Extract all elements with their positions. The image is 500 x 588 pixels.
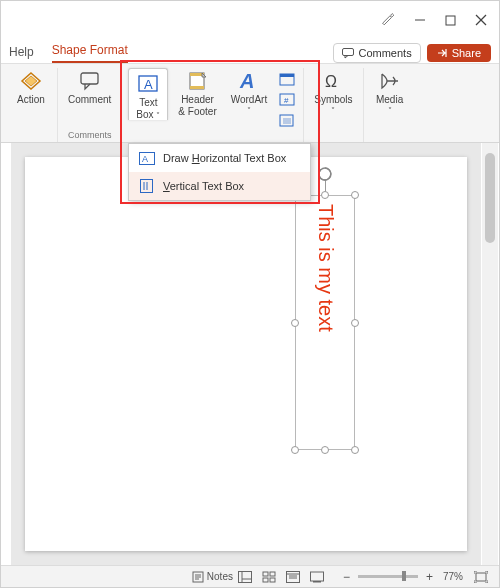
header-footer-button[interactable]: Header & Footer <box>174 68 220 119</box>
text-box-icon: A <box>137 73 159 95</box>
group-text: A Text Box ˅ Header & Footer A WordArt ˅… <box>122 68 304 142</box>
svg-rect-1 <box>446 16 455 25</box>
notes-label: Notes <box>207 571 233 582</box>
svg-text:A: A <box>239 71 254 91</box>
group-label-comments: Comments <box>68 130 112 142</box>
text-box-label1: Text <box>139 97 157 109</box>
chevron-down-icon: ˅ <box>247 106 251 115</box>
slide-canvas[interactable]: This is my text <box>25 157 467 551</box>
header-footer-label2: & Footer <box>178 106 216 118</box>
symbols-icon: Ω <box>322 70 344 92</box>
wordart-icon: A <box>238 70 260 92</box>
ribbon-tabs: Help Shape Format Comments Share <box>1 39 499 63</box>
chevron-down-icon: ˅ <box>156 111 160 120</box>
svg-rect-43 <box>313 581 321 583</box>
status-bar: Notes − + 77% <box>1 565 499 587</box>
comments-button-label: Comments <box>358 47 411 59</box>
svg-rect-36 <box>263 578 268 582</box>
group-comments: Comment Comments <box>58 68 122 142</box>
text-box-button[interactable]: A Text Box ˅ <box>128 68 168 120</box>
zoom-out-button[interactable]: − <box>339 570 354 584</box>
svg-text:Ω: Ω <box>325 73 337 90</box>
zoom-slider-thumb[interactable] <box>402 571 406 581</box>
tab-shape-format[interactable]: Shape Format <box>52 43 128 63</box>
zoom-slider[interactable] <box>358 575 418 578</box>
share-button[interactable]: Share <box>427 44 491 62</box>
svg-rect-4 <box>343 48 354 55</box>
vertical-label: Vertical Text Box <box>163 180 244 192</box>
text-box-content[interactable]: This is my text <box>296 204 354 441</box>
zoom-in-button[interactable]: + <box>422 570 437 584</box>
action-label: Action <box>17 94 45 106</box>
chevron-down-icon: ˅ <box>388 106 392 115</box>
svg-rect-34 <box>263 572 268 576</box>
wordart-button[interactable]: A WordArt ˅ <box>227 68 272 117</box>
close-button[interactable] <box>467 5 496 35</box>
svg-rect-31 <box>238 571 251 582</box>
share-icon <box>437 48 448 59</box>
chevron-down-icon: ˅ <box>331 106 335 115</box>
comments-button[interactable]: Comments <box>333 43 420 63</box>
group-symbols: Ω Symbols ˅ <box>304 68 363 142</box>
vertical-text-box-item[interactable]: Vertical Text Box <box>129 172 310 200</box>
date-time-button[interactable] <box>277 70 297 88</box>
maximize-button[interactable] <box>436 5 465 35</box>
svg-rect-37 <box>270 578 275 582</box>
minimize-button[interactable] <box>406 5 435 35</box>
symbols-button[interactable]: Ω Symbols ˅ <box>310 68 356 117</box>
slide-number-button[interactable]: # <box>277 91 297 109</box>
horizontal-text-box-icon: A <box>139 151 155 165</box>
svg-rect-19 <box>283 118 291 124</box>
notes-button[interactable]: Notes <box>192 568 233 586</box>
object-button[interactable] <box>277 112 297 130</box>
slide-number-icon: # <box>279 93 295 107</box>
horizontal-label: Draw Horizontal Text Box <box>163 152 286 164</box>
vertical-text-box-shape[interactable]: This is my text <box>295 195 355 450</box>
draw-horizontal-text-box-item[interactable]: A Draw Horizontal Text Box <box>129 144 310 172</box>
slideshow-button[interactable] <box>305 568 329 586</box>
svg-text:#: # <box>284 96 289 105</box>
svg-text:A: A <box>142 154 148 164</box>
svg-rect-15 <box>280 74 294 77</box>
svg-rect-35 <box>270 572 275 576</box>
scrollbar-thumb[interactable] <box>485 153 495 243</box>
title-bar <box>1 1 499 39</box>
svg-rect-12 <box>190 86 204 89</box>
rotation-handle[interactable] <box>317 166 333 182</box>
fit-to-window-button[interactable] <box>469 568 493 586</box>
resize-handle[interactable] <box>321 191 329 199</box>
resize-handle[interactable] <box>351 446 359 454</box>
vertical-scrollbar[interactable] <box>482 143 498 565</box>
vertical-text-box-icon <box>139 179 155 193</box>
zoom-level[interactable]: 77% <box>443 571 463 582</box>
resize-handle[interactable] <box>291 446 299 454</box>
svg-rect-44 <box>476 573 486 581</box>
resize-handle[interactable] <box>351 191 359 199</box>
svg-rect-7 <box>81 73 98 84</box>
share-button-label: Share <box>452 47 481 59</box>
comment-label: Comment <box>68 94 111 106</box>
header-footer-icon <box>187 70 209 92</box>
ribbon: Action Comment Comments A Text Box ˅ Hea… <box>1 63 499 143</box>
slide-area: This is my text <box>11 143 481 565</box>
resize-handle[interactable] <box>321 446 329 454</box>
group-media: Media ˅ <box>364 68 416 142</box>
comment-icon <box>79 70 101 92</box>
svg-rect-38 <box>286 571 299 582</box>
text-small-buttons: # <box>277 68 297 130</box>
tab-help[interactable]: Help <box>9 45 34 63</box>
symbols-label: Symbols <box>314 94 352 106</box>
draw-mode-button[interactable] <box>375 5 404 35</box>
text-box-label2: Box <box>136 109 153 120</box>
media-button[interactable]: Media ˅ <box>370 68 410 117</box>
svg-text:A: A <box>144 77 153 92</box>
action-button[interactable]: Action <box>11 68 51 108</box>
media-icon <box>379 70 401 92</box>
object-icon <box>279 114 295 128</box>
normal-view-button[interactable] <box>233 568 257 586</box>
header-footer-label1: Header <box>181 94 214 106</box>
svg-rect-42 <box>310 572 323 581</box>
slide-sorter-button[interactable] <box>257 568 281 586</box>
reading-view-button[interactable] <box>281 568 305 586</box>
new-comment-button[interactable]: Comment <box>64 68 115 108</box>
